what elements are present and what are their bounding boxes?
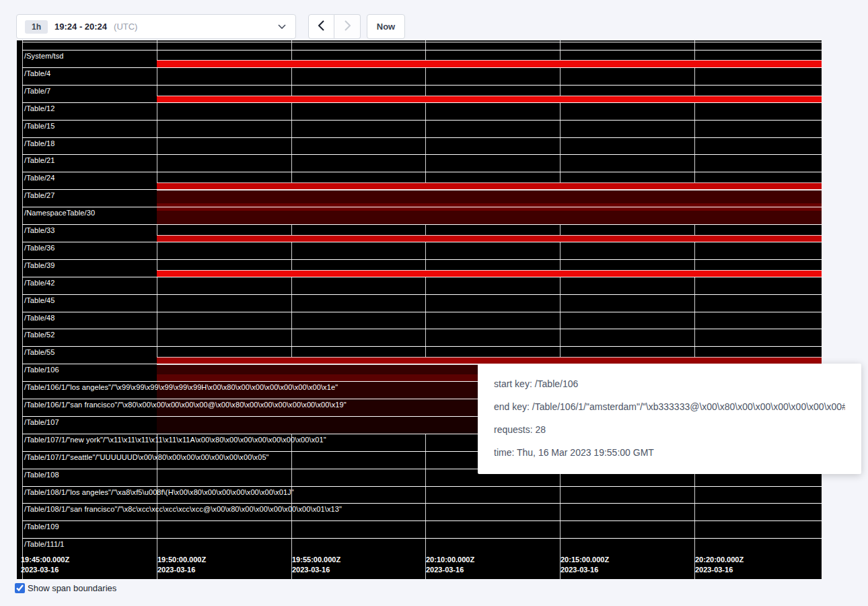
time-axis-layer: 19:45:00.000Z 2023-03-16 19:50:00.000Z 2… — [17, 40, 822, 579]
time-window-select[interactable]: 1h 19:24 - 20:24 (UTC) — [16, 14, 296, 39]
bucket-tooltip: start key: /Table/106 end key: /Table/10… — [478, 364, 861, 474]
time-tick: 20:20:00.000Z 2023-03-16 — [695, 555, 744, 575]
time-tick: 19:55:00.000Z 2023-03-16 — [292, 555, 340, 575]
tick-date-label: 2023-03-16 — [426, 565, 474, 575]
timezone-label: (UTC) — [114, 22, 137, 32]
tick-time-label: 20:20:00.000Z — [695, 555, 744, 565]
checkbox-label: Show span boundaries — [28, 583, 116, 593]
time-nav-group — [308, 14, 361, 39]
tick-date-label: 2023-03-16 — [21, 565, 69, 575]
tooltip-line: requests: 28 — [494, 418, 845, 441]
tick-time-label: 19:55:00.000Z — [292, 555, 340, 565]
time-tick: 20:15:00.000Z 2023-03-16 — [560, 555, 609, 575]
time-tick: 19:45:00.000Z 2023-03-16 — [21, 555, 69, 575]
time-tick: 20:10:00.000Z 2023-03-16 — [426, 555, 474, 575]
chevron-down-icon — [278, 24, 286, 29]
tick-time-label: 20:10:00.000Z — [426, 555, 474, 565]
time-tick: 19:50:00.000Z 2023-03-16 — [157, 555, 206, 575]
key-visualizer-page: 1h 19:24 - 20:24 (UTC) Now — [0, 0, 868, 606]
tooltip-line: end key: /Table/106/1/"amsterdam"/"\xb33… — [494, 395, 845, 418]
tick-date-label: 2023-03-16 — [560, 565, 609, 575]
next-time-button[interactable] — [334, 14, 361, 39]
duration-badge: 1h — [25, 20, 48, 34]
tooltip-line: start key: /Table/106 — [494, 372, 845, 395]
tick-time-label: 19:50:00.000Z — [157, 555, 206, 565]
tick-date-label: 2023-03-16 — [292, 565, 340, 575]
chevron-left-icon — [318, 20, 324, 33]
tick-date-label: 2023-03-16 — [695, 565, 744, 575]
tick-time-label: 19:45:00.000Z — [21, 555, 69, 565]
time-range-label: 19:24 - 20:24 — [55, 22, 107, 32]
tick-date-label: 2023-03-16 — [157, 565, 206, 575]
show-span-boundaries-checkbox[interactable] — [15, 583, 25, 593]
show-span-boundaries-control: Show span boundaries — [15, 583, 116, 593]
tick-time-label: 20:15:00.000Z — [560, 555, 609, 565]
toolbar: 1h 19:24 - 20:24 (UTC) Now — [16, 14, 405, 39]
now-button[interactable]: Now — [367, 14, 405, 39]
key-visualizer-canvas[interactable]: /System/tsd /Table/4 /Table/7 /Table/12 … — [17, 40, 822, 579]
prev-time-button[interactable] — [308, 14, 334, 39]
tooltip-line: time: Thu, 16 Mar 2023 19:55:00 GMT — [494, 441, 845, 464]
chevron-right-icon — [345, 20, 351, 33]
